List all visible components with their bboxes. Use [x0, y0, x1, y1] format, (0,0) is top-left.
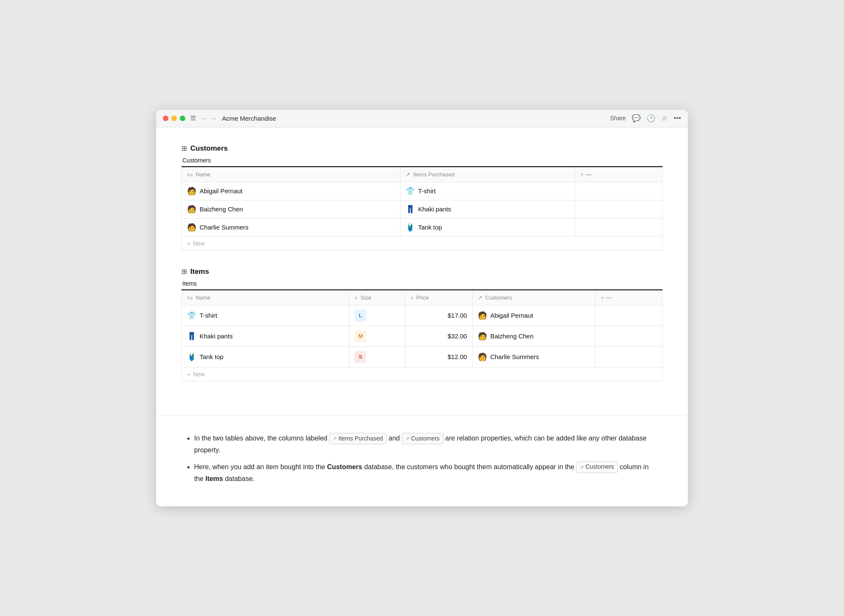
col-header-name: Aa Name: [182, 290, 349, 305]
item-customer-cell: 🧑 Abigail Pernaut: [472, 305, 595, 326]
item-size-cell: M: [349, 326, 405, 346]
item-name-cell: 👕 T-shirt: [182, 305, 349, 326]
item-price-cell: $12.00: [405, 346, 472, 367]
empty-cell: [595, 346, 663, 367]
size-badge: S: [354, 351, 366, 363]
menu-icon[interactable]: ☰: [190, 114, 196, 122]
items-tabs: Items: [181, 278, 663, 290]
empty-cell: [595, 326, 663, 346]
items-table: Aa Name ≡ Size # Price: [181, 290, 663, 381]
relation-icon: ↗: [478, 294, 482, 301]
item-icon: 👖: [187, 332, 196, 341]
avatar: 🧑: [478, 311, 487, 320]
col-header-customers: ↗ Customers: [472, 290, 595, 305]
customers-title-row: ⊞ Customers: [181, 144, 663, 153]
tab-customers[interactable]: Customers: [181, 154, 212, 167]
items-section: ⊞ Items Items Aa Name ≡: [181, 267, 663, 381]
items-title-row: ⊞ Items: [181, 267, 663, 276]
size-badge: L: [354, 310, 366, 322]
customer-items-cell: 👖 Khaki pants: [400, 200, 575, 218]
size-col-icon: ≡: [354, 295, 357, 300]
explanation-item-1: In the two tables above, the columns lab…: [194, 432, 658, 456]
plus-icon: +: [187, 240, 190, 247]
customers-badge-2: ↗ Customers: [576, 461, 618, 473]
comment-icon[interactable]: 💬: [632, 114, 641, 123]
empty-cell: [575, 182, 662, 200]
column-options-button[interactable]: •••: [586, 172, 592, 178]
back-button[interactable]: ←: [201, 115, 207, 122]
close-button[interactable]: [163, 116, 168, 121]
empty-cell: [575, 218, 662, 236]
avatar: 🧑: [187, 205, 196, 214]
content-area: ⊞ Customers Customers Aa Name: [156, 127, 688, 415]
customer-name-cell: 🧑 Abigail Pernaut: [182, 182, 400, 200]
table-row: 🧑 Charlie Summers 🩱 Tank top: [182, 218, 663, 236]
add-new-row: + New: [182, 367, 663, 381]
nav-buttons: ← →: [201, 115, 217, 122]
plus-icon: +: [187, 371, 190, 378]
explanation-area: In the two tables above, the columns lab…: [156, 415, 688, 507]
name-col-icon: Aa: [187, 172, 192, 177]
share-button[interactable]: Share: [610, 115, 626, 122]
page-title: Acme Merchandise: [222, 115, 605, 122]
size-badge: M: [354, 330, 366, 342]
minimize-button[interactable]: [171, 116, 177, 121]
add-new-row: + New: [182, 236, 663, 250]
avatar: 🧑: [187, 223, 196, 232]
favorite-icon[interactable]: ☆: [661, 114, 668, 123]
customer-name-cell: 🧑 Charlie Summers: [182, 218, 400, 236]
bold-items: Items: [206, 475, 223, 482]
item-size-cell: L: [349, 305, 405, 326]
table-row: 🩱 Tank top S $12.00 🧑: [182, 346, 663, 367]
item-size-cell: S: [349, 346, 405, 367]
add-new-button[interactable]: + New: [187, 371, 657, 378]
relation-arrow-icon: ↗: [580, 463, 584, 471]
relation-icon: ↗: [406, 171, 410, 178]
app-window: ☰ ← → Acme Merchandise Share 💬 🕐 ☆ ••• ⊞…: [156, 110, 688, 507]
titlebar-actions: Share 💬 🕐 ☆ •••: [610, 114, 681, 123]
col-header-items-purchased: ↗ Items Purchased: [400, 167, 575, 182]
tab-items[interactable]: Items: [181, 278, 197, 290]
customer-items-cell: 🩱 Tank top: [400, 218, 575, 236]
customer-items-cell: 👕 T-shirt: [400, 182, 575, 200]
avatar: 🧑: [478, 332, 487, 341]
customers-db-title: Customers: [190, 144, 228, 153]
table-row: 👕 T-shirt L $17.00 🧑: [182, 305, 663, 326]
item-customer-cell: 🧑 Baizheng Chen: [472, 326, 595, 346]
traffic-lights: [163, 116, 185, 121]
add-new-cell[interactable]: + New: [182, 236, 663, 250]
empty-cell: [575, 200, 662, 218]
explanation-list: In the two tables above, the columns lab…: [186, 432, 658, 485]
item-price-cell: $32.00: [405, 326, 472, 346]
customers-tabs: Customers: [181, 154, 663, 167]
more-options-icon[interactable]: •••: [674, 114, 681, 122]
add-new-button[interactable]: + New: [187, 240, 657, 247]
explanation-item-2: Here, when you add an item bought into t…: [194, 461, 658, 485]
add-column-button[interactable]: +: [580, 171, 584, 178]
customers-table: Aa Name ↗ Items Purchased + •••: [181, 167, 663, 251]
col-header-price: # Price: [405, 290, 472, 305]
item-icon: 🩱: [406, 223, 415, 232]
customers-db-icon: ⊞: [181, 144, 187, 152]
items-purchased-badge: ↗ Items Purchased: [329, 433, 387, 445]
price-col-icon: #: [411, 295, 413, 300]
item-price-cell: $17.00: [405, 305, 472, 326]
item-icon: 👕: [406, 186, 415, 196]
column-options-button[interactable]: •••: [606, 295, 612, 301]
bold-customers: Customers: [327, 463, 362, 470]
item-customer-cell: 🧑 Charlie Summers: [472, 346, 595, 367]
items-db-title: Items: [190, 267, 209, 276]
empty-cell: [595, 305, 663, 326]
avatar: 🧑: [478, 352, 487, 362]
col-header-name: Aa Name: [182, 167, 400, 182]
item-icon: 🩱: [187, 352, 196, 362]
customers-badge: ↗ Customers: [402, 433, 444, 445]
add-new-cell[interactable]: + New: [182, 367, 663, 381]
item-icon: 👖: [406, 205, 415, 214]
history-icon[interactable]: 🕐: [647, 114, 655, 123]
forward-button[interactable]: →: [211, 115, 217, 122]
avatar: 🧑: [187, 186, 196, 196]
col-header-actions: + •••: [595, 290, 663, 305]
add-column-button[interactable]: +: [601, 294, 604, 301]
maximize-button[interactable]: [180, 116, 185, 121]
